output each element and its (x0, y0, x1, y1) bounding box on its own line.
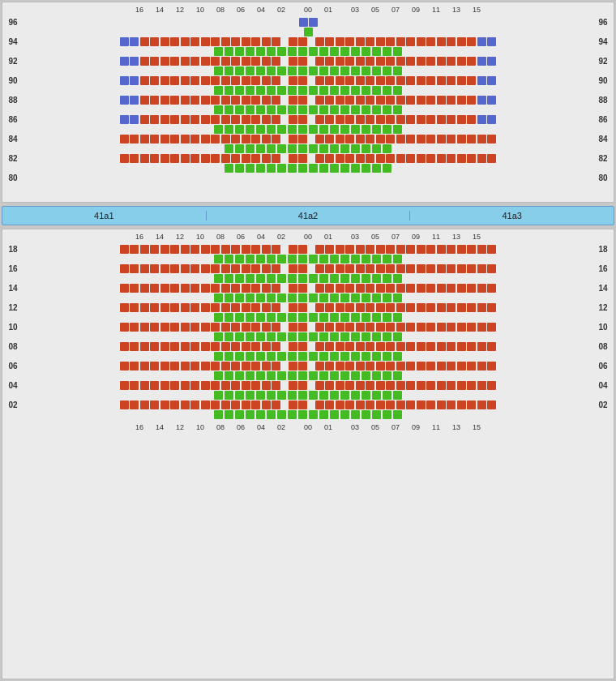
seat[interactable] (170, 115, 179, 124)
seat[interactable] (406, 362, 415, 370)
seat[interactable] (383, 255, 391, 263)
seat[interactable] (298, 332, 307, 341)
seat[interactable] (262, 76, 271, 85)
seat[interactable] (336, 362, 344, 370)
seat[interactable] (457, 37, 466, 46)
seat[interactable] (366, 57, 374, 66)
seat[interactable] (298, 135, 307, 143)
seat[interactable] (298, 86, 307, 95)
seat[interactable] (351, 410, 360, 419)
seat[interactable] (426, 362, 435, 370)
seat[interactable] (150, 264, 159, 273)
seat[interactable] (487, 303, 496, 312)
seat[interactable] (376, 154, 385, 163)
seat[interactable] (298, 352, 307, 361)
seat[interactable] (256, 86, 265, 95)
seat[interactable] (130, 135, 139, 143)
seat[interactable] (457, 400, 466, 409)
seat[interactable] (221, 57, 230, 66)
seat[interactable] (225, 255, 233, 263)
seat[interactable] (181, 323, 190, 332)
seat[interactable] (242, 76, 250, 85)
seat[interactable] (351, 371, 360, 380)
seat[interactable] (150, 303, 159, 312)
seat[interactable] (325, 342, 334, 351)
seat[interactable] (467, 303, 476, 312)
seat[interactable] (372, 332, 381, 341)
seat[interactable] (267, 313, 276, 322)
seat[interactable] (345, 154, 354, 163)
seat[interactable] (376, 57, 385, 66)
seat[interactable] (221, 342, 230, 351)
seat[interactable] (246, 47, 255, 56)
seat[interactable] (366, 284, 374, 293)
seat[interactable] (457, 115, 466, 124)
seat[interactable] (330, 66, 339, 75)
seat[interactable] (211, 284, 220, 293)
seat[interactable] (214, 105, 223, 114)
seat[interactable] (372, 410, 381, 419)
seat[interactable] (426, 37, 435, 46)
seat[interactable] (487, 76, 496, 85)
seat[interactable] (383, 47, 391, 56)
seat[interactable] (447, 323, 456, 332)
seat[interactable] (289, 381, 297, 390)
seat[interactable] (181, 381, 190, 390)
seat[interactable] (225, 144, 233, 153)
seat[interactable] (437, 264, 446, 273)
seat[interactable] (340, 391, 349, 400)
seat[interactable] (383, 105, 391, 114)
seat[interactable] (426, 264, 435, 273)
seat[interactable] (251, 135, 260, 143)
seat[interactable] (140, 154, 149, 163)
seat[interactable] (190, 323, 199, 332)
seat[interactable] (315, 96, 324, 105)
seat[interactable] (309, 105, 318, 114)
seat[interactable] (235, 371, 244, 380)
seat[interactable] (120, 323, 129, 332)
seat[interactable] (366, 400, 374, 409)
seat[interactable] (277, 352, 286, 361)
seat[interactable] (319, 410, 328, 419)
seat[interactable] (190, 303, 199, 312)
seat[interactable] (417, 284, 426, 293)
seat[interactable] (477, 381, 486, 390)
seat[interactable] (201, 400, 210, 409)
seat[interactable] (140, 135, 149, 143)
seat[interactable] (356, 323, 365, 332)
seat[interactable] (298, 37, 307, 46)
seat[interactable] (272, 362, 280, 370)
seat[interactable] (356, 96, 365, 105)
seat[interactable] (242, 37, 250, 46)
seat[interactable] (345, 323, 354, 332)
seat[interactable] (231, 303, 240, 312)
seat[interactable] (262, 342, 271, 351)
seat[interactable] (246, 105, 255, 114)
seat[interactable] (225, 332, 233, 341)
seat[interactable] (356, 76, 365, 85)
seat[interactable] (120, 400, 129, 409)
seat[interactable] (309, 86, 318, 95)
seat[interactable] (406, 303, 415, 312)
seat[interactable] (277, 313, 286, 322)
seat[interactable] (437, 57, 446, 66)
seat[interactable] (325, 245, 334, 254)
seat[interactable] (406, 323, 415, 332)
seat[interactable] (160, 96, 169, 105)
seat[interactable] (170, 76, 179, 85)
seat[interactable] (160, 362, 169, 370)
seat[interactable] (242, 342, 250, 351)
seat[interactable] (298, 342, 307, 351)
seat[interactable] (319, 86, 328, 95)
seat[interactable] (477, 362, 486, 370)
seat[interactable] (351, 352, 360, 361)
seat[interactable] (336, 323, 344, 332)
seat[interactable] (372, 293, 381, 302)
seat[interactable] (130, 381, 139, 390)
seat[interactable] (393, 332, 402, 341)
seat[interactable] (477, 323, 486, 332)
seat[interactable] (181, 135, 190, 143)
seat[interactable] (372, 105, 381, 114)
seat[interactable] (447, 303, 456, 312)
seat[interactable] (330, 86, 339, 95)
